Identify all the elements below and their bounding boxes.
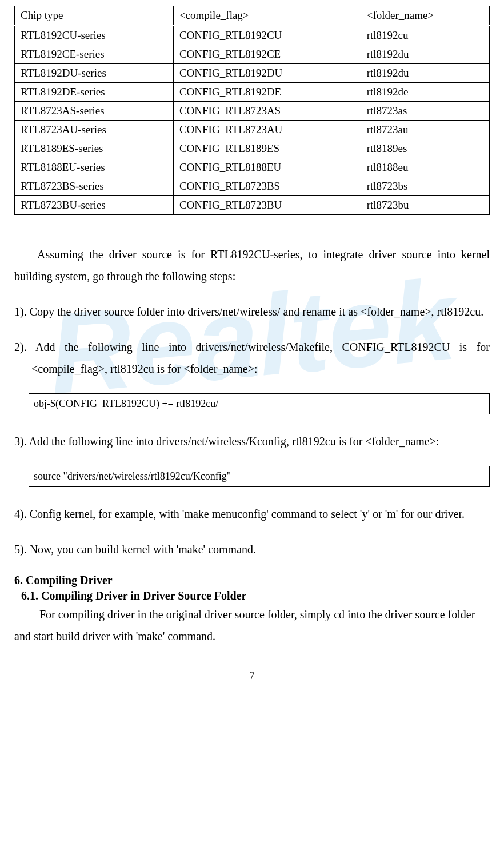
- table-cell: RTL8189ES-series: [15, 139, 174, 158]
- table-cell: RTL8188EU-series: [15, 158, 174, 177]
- table-cell: rtl8723bu: [361, 196, 489, 215]
- table-cell: RTL8192CU-series: [15, 26, 174, 45]
- step-marker: 2).: [14, 341, 27, 353]
- table-header: <folder_name>: [361, 6, 489, 26]
- table-cell: rtl8192cu: [361, 26, 489, 45]
- table-row: RTL8723AU-seriesCONFIG_RTL8723AUrtl8723a…: [15, 121, 490, 139]
- table-cell: CONFIG_RTL8192CE: [173, 45, 361, 64]
- step-text: Add the following line into drivers/net/…: [31, 341, 490, 375]
- table-cell: CONFIG_RTL8192DE: [173, 83, 361, 102]
- table-row: RTL8192CU-seriesCONFIG_RTL8192CUrtl8192c…: [15, 26, 490, 45]
- table-cell: RTL8723BU-series: [15, 196, 174, 215]
- table-cell: RTL8192DU-series: [15, 64, 174, 83]
- table-cell: RTL8723AU-series: [15, 121, 174, 139]
- step-marker: 1).: [14, 305, 27, 318]
- intro-paragraph: Assuming the driver source is for RTL819…: [14, 244, 490, 287]
- table-cell: rtl8192du: [361, 45, 489, 64]
- table-cell: CONFIG_RTL8192DU: [173, 64, 361, 83]
- table-cell: rtl8723as: [361, 102, 489, 121]
- table-cell: rtl8723bs: [361, 177, 489, 196]
- table-cell: RTL8192CE-series: [15, 45, 174, 64]
- step-2: 2). Add the following line into drivers/…: [14, 336, 490, 380]
- page-number: 7: [14, 670, 490, 682]
- table-row: RTL8192DU-seriesCONFIG_RTL8192DUrtl8192d…: [15, 64, 490, 83]
- table-cell: rtl8192de: [361, 83, 489, 102]
- table-cell: CONFIG_RTL8723AS: [173, 102, 361, 121]
- table-row: RTL8192CE-seriesCONFIG_RTL8192CErtl8192d…: [15, 45, 490, 64]
- chip-config-table: Chip type <compile_flag> <folder_name> R…: [14, 6, 490, 215]
- step-4: 4). Config kernel, for example, with 'ma…: [14, 503, 490, 525]
- table-row: RTL8723BS-seriesCONFIG_RTL8723BSrtl8723b…: [15, 177, 490, 196]
- step-marker: 5).: [14, 543, 27, 556]
- step-1: 1). Copy the driver source folder into d…: [14, 301, 490, 322]
- table-row: RTL8189ES-seriesCONFIG_RTL8189ESrtl8189e…: [15, 139, 490, 158]
- table-row: RTL8723BU-seriesCONFIG_RTL8723BUrtl8723b…: [15, 196, 490, 215]
- step-5: 5). Now, you can build kernel with 'make…: [14, 538, 490, 560]
- table-cell: CONFIG_RTL8188EU: [173, 158, 361, 177]
- section-6-1-subheading: 6.1. Compiling Driver in Driver Source F…: [14, 589, 490, 602]
- step-text: Config kernel, for example, with 'make m…: [30, 508, 465, 520]
- table-row: RTL8192DE-seriesCONFIG_RTL8192DErtl8192d…: [15, 83, 490, 102]
- table-row: RTL8723AS-seriesCONFIG_RTL8723ASrtl8723a…: [15, 102, 490, 121]
- table-cell: CONFIG_RTL8723BU: [173, 196, 361, 215]
- table-cell: rtl8189es: [361, 139, 489, 158]
- code-block-kconfig: source "drivers/net/wireless/rtl8192cu/K…: [29, 466, 490, 487]
- step-text: Now, you can build kernel with 'make' co…: [30, 543, 256, 556]
- step-text: Add the following line into drivers/net/…: [29, 435, 439, 448]
- table-cell: rtl8192du: [361, 64, 489, 83]
- table-row: RTL8188EU-seriesCONFIG_RTL8188EUrtl8188e…: [15, 158, 490, 177]
- step-marker: 3).: [14, 435, 27, 448]
- table-cell: CONFIG_RTL8723AU: [173, 121, 361, 139]
- table-header-row: Chip type <compile_flag> <folder_name>: [15, 6, 490, 26]
- table-cell: CONFIG_RTL8723BS: [173, 177, 361, 196]
- table-cell: rtl8723au: [361, 121, 489, 139]
- step-3: 3). Add the following line into drivers/…: [14, 430, 490, 452]
- code-block-makefile: obj-$(CONFIG_RTL8192CU) += rtl8192cu/: [29, 393, 490, 414]
- table-cell: rtl8188eu: [361, 158, 489, 177]
- step-text: Copy the driver source folder into drive…: [30, 305, 484, 318]
- table-cell: RTL8723BS-series: [15, 177, 174, 196]
- table-cell: RTL8192DE-series: [15, 83, 174, 102]
- table-cell: CONFIG_RTL8189ES: [173, 139, 361, 158]
- section-6-heading: 6. Compiling Driver: [14, 574, 490, 587]
- step-marker: 4).: [14, 508, 27, 520]
- table-header: <compile_flag>: [173, 6, 361, 26]
- table-cell: RTL8723AS-series: [15, 102, 174, 121]
- table-cell: CONFIG_RTL8192CU: [173, 26, 361, 45]
- section-6-1-body: For compiling driver in the original dri…: [14, 604, 490, 647]
- table-header: Chip type: [15, 6, 174, 26]
- page-content: Chip type <compile_flag> <folder_name> R…: [14, 6, 490, 682]
